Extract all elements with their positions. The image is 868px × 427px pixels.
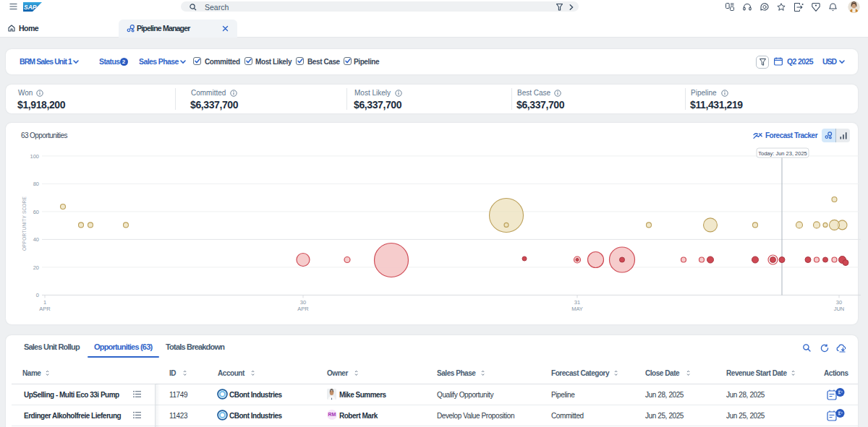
svg-text:SAP: SAP <box>24 4 37 11</box>
svg-text:Today: Jun 23, 2025: Today: Jun 23, 2025 <box>758 150 807 157</box>
svg-text:APR: APR <box>39 306 51 312</box>
svg-text:20: 20 <box>33 264 39 271</box>
svg-text:30: 30 <box>836 299 842 306</box>
svg-text:100: 100 <box>30 153 39 160</box>
svg-text:APR: APR <box>297 306 309 312</box>
svg-text:0: 0 <box>36 292 39 298</box>
svg-text:30: 30 <box>300 299 306 306</box>
svg-text:MAY: MAY <box>571 306 583 312</box>
svg-text:60: 60 <box>33 209 39 215</box>
svg-text:40: 40 <box>33 236 39 243</box>
svg-text:JUN: JUN <box>834 306 845 312</box>
svg-text:1: 1 <box>43 299 46 306</box>
svg-text:31: 31 <box>574 299 580 306</box>
svg-text:80: 80 <box>33 181 39 187</box>
